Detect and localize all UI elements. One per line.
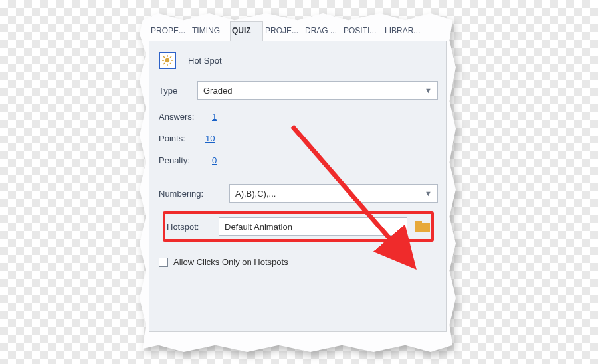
chevron-down-icon: ▼	[425, 189, 432, 197]
numbering-dropdown[interactable]: A),B),C),... ▼	[229, 184, 438, 203]
tab-library[interactable]: LIBRAR...	[383, 21, 423, 41]
allow-clicks-label: Allow Clicks Only on Hotspots	[173, 257, 288, 267]
penalty-value[interactable]: 0	[211, 155, 218, 165]
header-title: Hot Spot	[188, 56, 222, 66]
svg-line-5	[163, 56, 165, 58]
hotspot-icon	[159, 52, 176, 69]
numbering-label: Numbering:	[159, 189, 229, 199]
type-dropdown-value: Graded	[203, 86, 232, 96]
quiz-body: Hot Spot Type Graded ▼ Answers: 1 Points…	[149, 41, 447, 332]
tab-project[interactable]: PROJE...	[263, 21, 303, 41]
hotspot-input[interactable]	[219, 217, 407, 236]
hotspot-label: Hotspot:	[167, 222, 219, 232]
penalty-row: Penalty: 0	[159, 155, 438, 165]
tab-drag[interactable]: DRAG ...	[303, 21, 342, 41]
svg-line-7	[170, 56, 171, 58]
points-row: Points: 10	[159, 134, 438, 143]
hotspot-row: Hotspot:	[167, 217, 430, 236]
allow-clicks-checkbox[interactable]	[159, 258, 168, 267]
type-label: Type	[159, 86, 197, 96]
answers-value[interactable]: 1	[211, 112, 218, 122]
points-label: Points:	[159, 134, 204, 143]
folder-icon[interactable]	[415, 221, 430, 232]
tab-timing[interactable]: TIMING	[190, 21, 230, 41]
tab-quiz[interactable]: QUIZ	[230, 21, 263, 41]
points-value[interactable]: 10	[204, 134, 216, 143]
svg-line-8	[163, 63, 165, 64]
answers-label: Answers:	[159, 112, 211, 122]
type-row: Type Graded ▼	[159, 81, 438, 100]
tab-properties[interactable]: PROPE...	[149, 21, 190, 41]
allow-clicks-row: Allow Clicks Only on Hotspots	[159, 257, 438, 267]
properties-panel: PROPE... TIMING QUIZ PROJE... DRAG ... P…	[140, 13, 456, 352]
chevron-down-icon: ▼	[425, 86, 432, 94]
numbering-dropdown-value: A),B),C),...	[235, 189, 276, 199]
panel-surface: PROPE... TIMING QUIZ PROJE... DRAG ... P…	[140, 13, 456, 352]
svg-point-0	[165, 58, 169, 62]
numbering-row: Numbering: A),B),C),... ▼	[159, 184, 438, 203]
svg-line-6	[170, 63, 171, 64]
type-dropdown[interactable]: Graded ▼	[197, 81, 438, 100]
hotspot-row-wrap: Hotspot:	[159, 217, 438, 248]
header-row: Hot Spot	[159, 52, 438, 69]
tab-position[interactable]: POSITI...	[342, 21, 383, 41]
penalty-label: Penalty:	[159, 155, 211, 165]
tab-strip: PROPE... TIMING QUIZ PROJE... DRAG ... P…	[149, 21, 447, 41]
answers-row: Answers: 1	[159, 112, 438, 122]
